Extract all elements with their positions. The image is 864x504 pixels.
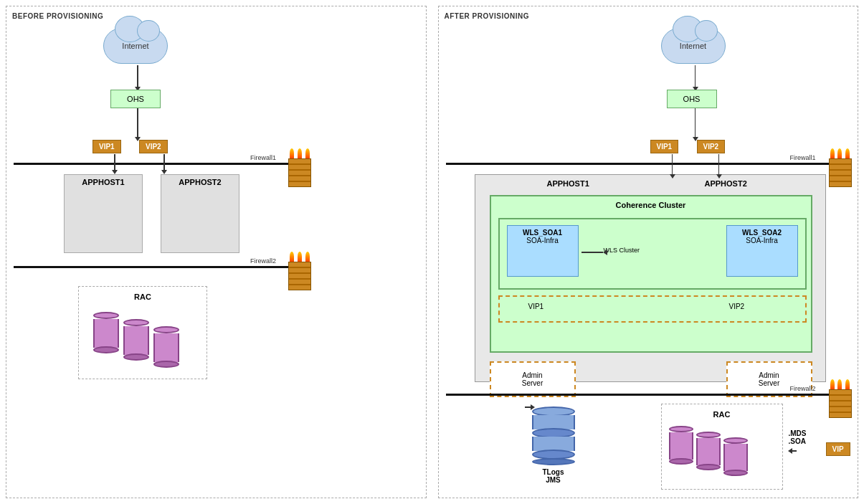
arrow-ohs-vip-left bbox=[135, 108, 141, 141]
internet-cloud-left: Internet bbox=[103, 28, 168, 64]
firewall1-icon-left bbox=[288, 148, 311, 187]
firewall2-label-right: Firewall2 bbox=[790, 385, 816, 392]
tlogs-label: TLogs JMS bbox=[532, 468, 575, 484]
wls-cluster-label: WLS Cluster bbox=[604, 247, 640, 255]
firewall1-line-right bbox=[446, 163, 833, 165]
vip2-inner-label: VIP2 bbox=[729, 303, 745, 310]
arrow-vip2-down-right bbox=[716, 154, 722, 179]
firewall2-line-right bbox=[446, 394, 833, 396]
vip2-left: VIP2 bbox=[139, 140, 168, 153]
ohs-box-right: OHS bbox=[667, 90, 717, 108]
vip1-inner-label: VIP1 bbox=[528, 303, 544, 310]
apphost1-label-right: APPHOST1 bbox=[547, 179, 589, 188]
tlogs-container: TLogs JMS bbox=[532, 406, 575, 484]
arrow-vip1-apphost1 bbox=[112, 154, 118, 174]
rac-box-left: RAC bbox=[78, 286, 207, 379]
internet-cloud-right: Internet bbox=[661, 28, 726, 64]
apphost2-left: APPHOST2 bbox=[161, 174, 239, 253]
vip2-right: VIP2 bbox=[697, 140, 726, 153]
firewall1-label-left: Firewall1 bbox=[250, 154, 276, 161]
apphost-outer-right: APPHOST1 APPHOST2 Coherence Cluster WLS_… bbox=[475, 174, 826, 382]
arrow-ohs-vip-right bbox=[693, 108, 698, 141]
firewall1-label-right: Firewall1 bbox=[790, 154, 816, 161]
coherence-label: Coherence Cluster bbox=[491, 201, 811, 209]
firewall2-label-left: Firewall2 bbox=[250, 257, 276, 265]
internet-label-right: Internet bbox=[680, 42, 706, 50]
apphost1-left: APPHOST1 bbox=[64, 174, 143, 253]
soa-infra1-label: SOA-Infra bbox=[508, 237, 578, 244]
soa-infra2-label: SOA-Infra bbox=[727, 237, 797, 244]
firewall2-icon-left bbox=[288, 252, 311, 290]
after-title: AFTER PROVISIONING bbox=[445, 12, 853, 20]
vip1-left: VIP1 bbox=[92, 140, 121, 153]
apphost2-label-left: APPHOST2 bbox=[161, 175, 239, 189]
arrow-internet-ohs-left bbox=[135, 65, 141, 91]
wls-soa2-box: WLS_SOA2 SOA-Infra bbox=[726, 225, 798, 277]
firewall1-icon-right bbox=[829, 148, 852, 187]
ohs-box-left: OHS bbox=[110, 90, 161, 108]
arrow-vip-rac bbox=[788, 448, 797, 454]
internet-label-left: Internet bbox=[122, 42, 148, 50]
firewall2-icon-right bbox=[829, 379, 852, 418]
mds-label: .MDS .SOA bbox=[789, 429, 807, 445]
firewall1-line-left bbox=[14, 163, 293, 165]
arrow-tlogs bbox=[525, 404, 535, 410]
admin-server2-label: Admin Server bbox=[759, 371, 779, 387]
rac-label-right: RAC bbox=[662, 410, 782, 419]
apphost1-label-left: APPHOST1 bbox=[65, 175, 142, 189]
rac-label-left: RAC bbox=[79, 293, 206, 301]
before-title: BEFORE PROVISIONING bbox=[12, 12, 420, 20]
admin-server1-label: Admin Server bbox=[522, 371, 543, 387]
vip1-right: VIP1 bbox=[650, 140, 679, 153]
wls-soa2-label: WLS_SOA2 bbox=[727, 229, 797, 237]
wls-arrow bbox=[581, 249, 607, 255]
vip-inner-row: VIP1 VIP2 bbox=[498, 295, 807, 323]
arrow-vip1-down-right bbox=[670, 154, 675, 179]
wls-cluster-box: WLS_SOA1 SOA-Infra WLS Cluster WLS_SOA2 … bbox=[498, 218, 807, 290]
wls-soa1-box: WLS_SOA1 SOA-Infra bbox=[507, 225, 579, 277]
apphost2-label-right: APPHOST2 bbox=[705, 179, 747, 188]
firewall2-line-left bbox=[14, 266, 293, 268]
arrow-internet-ohs-right bbox=[693, 65, 698, 91]
wls-soa1-label: WLS_SOA1 bbox=[508, 229, 578, 237]
coherence-cluster: Coherence Cluster WLS_SOA1 SOA-Infra WLS… bbox=[490, 195, 812, 353]
after-provisioning-panel: AFTER PROVISIONING Internet OHS VIP1 VIP… bbox=[438, 6, 859, 498]
arrow-vip2-apphost2 bbox=[161, 154, 167, 174]
rac-box-right: RAC bbox=[661, 404, 783, 490]
vip-right-bottom: VIP bbox=[826, 442, 850, 456]
before-provisioning-panel: BEFORE PROVISIONING Internet OHS VIP1 VI… bbox=[6, 6, 427, 498]
admin-server1-box: Admin Server bbox=[490, 361, 576, 397]
